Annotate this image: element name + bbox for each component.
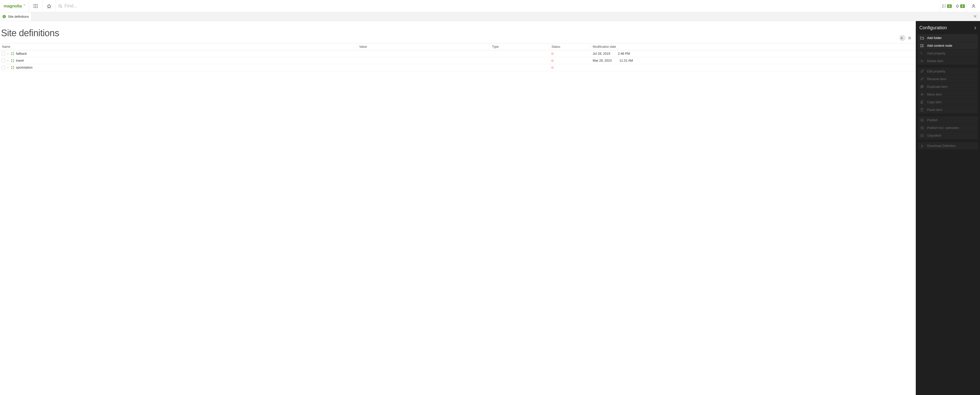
- table-header: Name Value Type Status Modification date: [0, 43, 916, 50]
- action-publish: Publish: [918, 116, 978, 124]
- status-unpublished-icon: [551, 67, 554, 68]
- row-type: [490, 50, 550, 57]
- col-header-status[interactable]: Status: [549, 43, 590, 50]
- svg-text:magnolia: magnolia: [3, 3, 22, 8]
- list-view-button[interactable]: [907, 35, 913, 41]
- svg-rect-6: [35, 6, 36, 6]
- tab-site-definitions[interactable]: Site definitions: [0, 12, 32, 21]
- action-delete-item: Delete item: [918, 57, 978, 65]
- svg-point-23: [11, 54, 12, 55]
- row-type: [490, 57, 550, 64]
- close-icon: [973, 14, 977, 18]
- svg-rect-3: [35, 4, 36, 5]
- svg-point-48: [921, 127, 922, 128]
- action-label: Copy item: [927, 100, 942, 104]
- expand-toggle[interactable]: ›: [7, 59, 9, 62]
- svg-point-30: [13, 66, 14, 67]
- expand-toggle[interactable]: ›: [7, 66, 9, 69]
- row-value: [357, 57, 490, 64]
- search-icon: [58, 4, 62, 8]
- search-input[interactable]: [62, 3, 937, 9]
- app-launcher-button[interactable]: [29, 0, 42, 12]
- row-mod-date: Jul 28, 2015: [593, 52, 610, 56]
- row-checkbox[interactable]: [2, 59, 5, 62]
- download-icon: [920, 144, 924, 148]
- expand-toggle[interactable]: ›: [7, 52, 9, 56]
- svg-point-35: [921, 46, 921, 47]
- col-header-type[interactable]: Type: [490, 43, 550, 50]
- svg-line-38: [921, 60, 923, 62]
- svg-rect-44: [921, 108, 923, 109]
- svg-point-21: [11, 52, 12, 53]
- action-label: Delete item: [927, 59, 943, 63]
- table-row[interactable]: › sportstation: [0, 64, 916, 71]
- svg-rect-4: [37, 4, 38, 5]
- svg-line-16: [974, 15, 976, 17]
- row-name: travel: [16, 59, 24, 62]
- row-checkbox[interactable]: [2, 52, 5, 56]
- action-copy-item: Copy item: [918, 98, 978, 106]
- notifications-count: 0: [960, 4, 965, 8]
- move-icon: [920, 93, 924, 96]
- view-toggles: [899, 35, 913, 41]
- content-node-icon: [920, 44, 924, 48]
- magnolia-logo: magnolia ®: [0, 0, 29, 12]
- svg-rect-5: [33, 6, 35, 6]
- svg-point-26: [13, 59, 14, 60]
- svg-rect-41: [921, 85, 923, 87]
- header-right: 0 0: [940, 0, 980, 12]
- tab-close-button[interactable]: [973, 14, 977, 19]
- profile-button[interactable]: [967, 0, 980, 12]
- tree-view-button[interactable]: [899, 35, 905, 41]
- notifications-button[interactable]: 0: [953, 0, 967, 12]
- body: Site definitions Name Value Type Status …: [0, 21, 980, 395]
- status-unpublished-icon: [551, 60, 554, 62]
- status-unpublished-icon: [551, 52, 554, 55]
- table-row[interactable]: › travel Mar 28, 202311:31 AM: [0, 57, 916, 64]
- action-duplicate-item: Duplicate item: [918, 83, 978, 90]
- svg-point-22: [13, 52, 14, 53]
- panel-title: Configuration: [920, 25, 947, 30]
- row-checkbox[interactable]: [2, 66, 5, 69]
- svg-rect-8: [33, 7, 35, 8]
- action-label: Add folder: [927, 36, 942, 40]
- action-add-folder[interactable]: Add folder: [918, 34, 978, 41]
- panel-header[interactable]: Configuration: [916, 21, 980, 34]
- row-mod-time: 11:31 AM: [619, 59, 633, 62]
- svg-point-49: [921, 134, 923, 136]
- tasks-icon: [942, 4, 947, 8]
- svg-line-17: [974, 15, 976, 17]
- action-label: Download Definition: [927, 144, 956, 148]
- row-name: sportstation: [16, 66, 33, 69]
- action-edit-property: Edit property: [918, 68, 978, 75]
- favorites-button[interactable]: [42, 0, 56, 12]
- svg-rect-40: [921, 86, 923, 88]
- table-row[interactable]: › fallback Jul 28, 20152:46 PM: [0, 50, 916, 57]
- svg-point-27: [11, 61, 12, 62]
- action-label: Duplicate item: [927, 85, 947, 89]
- action-label: Publish incl. subnodes: [927, 126, 959, 130]
- svg-rect-2: [33, 4, 35, 5]
- row-value: [357, 50, 490, 57]
- svg-rect-43: [921, 109, 923, 111]
- actions-panel: Configuration Add folder Add content nod…: [916, 21, 980, 395]
- svg-point-11: [59, 5, 61, 7]
- grid-icon: [33, 4, 38, 8]
- global-search: [56, 0, 940, 12]
- svg-point-24: [13, 54, 14, 55]
- col-header-value[interactable]: Value: [357, 43, 490, 50]
- row-type: [490, 64, 550, 71]
- row-mod-date: Mar 28, 2023: [593, 59, 612, 62]
- action-add-content-node[interactable]: Add content node: [918, 42, 978, 49]
- content-node-icon: [11, 52, 14, 56]
- publish-recursive-icon: [920, 126, 924, 129]
- svg-point-34: [923, 44, 923, 45]
- col-header-name[interactable]: Name: [0, 43, 357, 50]
- action-rename-item: Rename item: [918, 75, 978, 83]
- col-header-mod[interactable]: Modification date: [591, 43, 916, 50]
- svg-point-28: [13, 61, 14, 62]
- main-content: Site definitions Name Value Type Status …: [0, 21, 916, 395]
- tasks-button[interactable]: 0: [940, 0, 953, 12]
- action-label: Add content node: [927, 44, 952, 48]
- svg-point-36: [923, 46, 923, 47]
